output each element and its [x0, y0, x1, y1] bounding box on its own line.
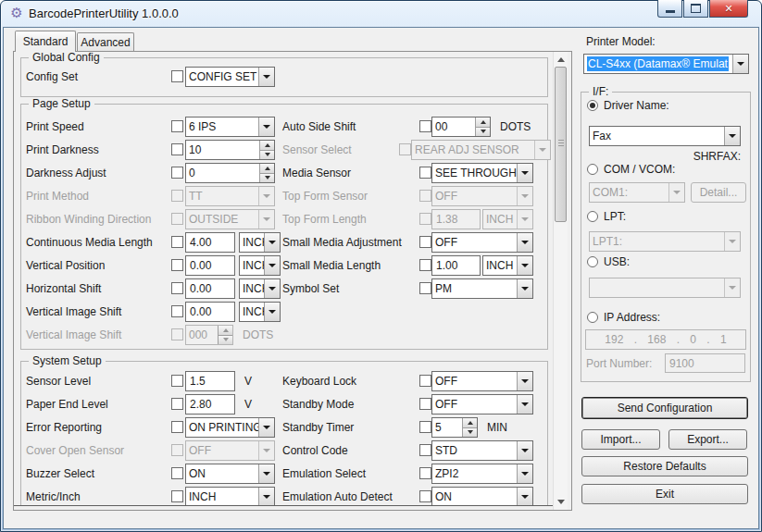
print-speed-checkbox[interactable] [171, 120, 183, 132]
emulation-auto-detect-checkbox[interactable] [419, 490, 431, 502]
spin-down-icon[interactable] [463, 427, 477, 438]
usb-device-value [590, 278, 724, 297]
vertical-position-checkbox[interactable] [171, 259, 183, 271]
sensor-select-checkbox [399, 143, 411, 155]
media-sensor-checkbox[interactable] [419, 167, 431, 179]
error-reporting-checkbox[interactable] [171, 421, 183, 433]
tab-advanced[interactable]: Advanced [77, 32, 134, 51]
tab-standard[interactable]: Standard [15, 31, 76, 52]
minimize-button[interactable] [657, 0, 682, 18]
window-title: BarcodePrinterUtility 1.0.0.0 [29, 6, 179, 20]
metric-inch-checkbox[interactable] [171, 490, 183, 502]
restore-defaults-button[interactable]: Restore Defaults [581, 456, 748, 476]
printer-model-combo[interactable]: CL-S4xx (Datamax® Emulat [583, 54, 749, 74]
auto-side-shift-checkbox[interactable] [419, 120, 431, 132]
lpt-port-value: LPT1: [590, 232, 724, 251]
spin-up-icon[interactable] [463, 418, 477, 427]
dropdown-arrow-icon [517, 372, 532, 390]
driver-name-radio[interactable] [587, 100, 598, 111]
control-code-checkbox[interactable] [419, 444, 431, 456]
darkness-adjust-spinner[interactable]: 0 [185, 163, 275, 183]
metric-inch-combo-value: INCH [186, 488, 258, 506]
vertical-image-shift-unit-combo[interactable]: INCH [239, 302, 281, 322]
media-sensor-combo[interactable]: SEE THROUGH [431, 163, 533, 183]
small-media-length-unit-combo[interactable]: INCH [482, 255, 533, 276]
print-speed-combo[interactable]: 6 IPS [185, 117, 275, 137]
continuous-media-length-unit-combo[interactable]: INCH [239, 232, 281, 253]
continuous-media-length-field[interactable]: 4.00 [185, 232, 235, 253]
horizontal-shift-checkbox[interactable] [171, 282, 183, 294]
scrollbar-down-icon[interactable] [554, 495, 568, 509]
small-media-adjustment-combo[interactable]: OFF [431, 232, 533, 253]
small-media-adjustment-checkbox[interactable] [419, 236, 431, 248]
vertical-position-unit-combo-value: INCH [240, 256, 264, 275]
vertical-image-shift-field[interactable]: 0.00 [185, 302, 235, 322]
dropdown-arrow-icon [258, 464, 274, 483]
exit-button[interactable]: Exit [581, 484, 748, 504]
vertical-image-shift-checkbox[interactable] [171, 305, 183, 317]
usb-radio[interactable] [587, 256, 598, 267]
lpt-radio[interactable] [587, 211, 598, 222]
control-code-combo[interactable]: STD [431, 440, 533, 461]
horizontal-shift-unit-combo[interactable]: INCH [239, 278, 281, 299]
buzzer-select-checkbox[interactable] [171, 467, 183, 479]
print-darkness-checkbox[interactable] [171, 143, 183, 155]
scrollbar-up-icon[interactable] [554, 53, 568, 67]
auto-side-shift-spinner[interactable]: 00 [431, 117, 491, 137]
continuous-media-length-unit-combo-value: INCH [240, 233, 264, 252]
import-button[interactable]: Import... [581, 429, 660, 450]
sensor-select-label: Sensor Select [282, 139, 352, 161]
sensor-level-field[interactable]: 1.5 [185, 371, 235, 391]
continuous-media-length-checkbox[interactable] [171, 236, 183, 248]
driver-name-combo[interactable]: Fax [589, 126, 741, 146]
sensor-level-checkbox[interactable] [171, 375, 183, 387]
print-darkness-spinner[interactable]: 10 [185, 140, 275, 160]
dropdown-arrow-icon [258, 118, 274, 136]
top-form-sensor-checkbox [419, 190, 431, 202]
darkness-adjust-checkbox[interactable] [171, 167, 183, 179]
symbol-set-checkbox[interactable] [419, 282, 431, 294]
error-reporting-combo[interactable]: ON PRINTING [185, 417, 275, 438]
spin-up-icon[interactable] [260, 141, 274, 150]
paper-end-level-label: Paper End Level [26, 393, 108, 415]
port-number-label: Port Number: [586, 355, 652, 372]
scrollbar-thumb[interactable] [555, 67, 567, 222]
export-button[interactable]: Export... [668, 429, 747, 450]
close-button[interactable]: ✕ [709, 0, 748, 18]
send-configuration-button[interactable]: Send Configuration [581, 397, 748, 419]
spin-down-icon[interactable] [260, 173, 274, 183]
vertical-scrollbar[interactable] [553, 52, 568, 510]
standby-mode-combo[interactable]: OFF [431, 394, 533, 414]
horizontal-shift-field[interactable]: 0.00 [185, 278, 235, 299]
standby-mode-combo-value: OFF [432, 395, 517, 414]
emulation-select-checkbox[interactable] [419, 467, 431, 479]
spin-down-icon[interactable] [476, 127, 490, 137]
symbol-set-combo[interactable]: PM [431, 278, 533, 299]
small-media-length-checkbox[interactable] [419, 259, 431, 271]
small-media-length-field[interactable]: 1.00 [431, 255, 481, 276]
standby-mode-checkbox[interactable] [419, 398, 431, 410]
paper-end-level-checkbox[interactable] [171, 398, 183, 410]
buzzer-select-combo[interactable]: ON [185, 464, 275, 484]
emulation-auto-detect-combo[interactable]: ON [431, 487, 533, 506]
config-set-combo[interactable]: CONFIG SET 1 [185, 67, 275, 87]
vertical-position-field[interactable]: 0.00 [185, 255, 235, 276]
config-set-checkbox[interactable] [171, 70, 183, 82]
com-vcom-radio[interactable] [587, 164, 598, 175]
paper-end-level-field[interactable]: 2.80 [185, 394, 235, 414]
ip-address-radio[interactable] [587, 312, 598, 323]
standby-timer-checkbox[interactable] [419, 421, 431, 433]
spin-up-icon[interactable] [260, 164, 274, 173]
ribbon-winding-direction-combo-value: OUTSIDE [186, 210, 258, 229]
emulation-select-combo[interactable]: ZPI2 [431, 464, 533, 484]
maximize-button[interactable] [683, 0, 708, 18]
small-media-length-unit-combo-value: INCH [483, 256, 517, 275]
spin-up-icon[interactable] [476, 118, 490, 127]
metric-inch-combo[interactable]: INCH [185, 487, 275, 506]
standby-timer-spinner[interactable]: 5 [431, 417, 478, 438]
keyboard-lock-checkbox[interactable] [419, 375, 431, 387]
vertical-position-unit-combo[interactable]: INCH [239, 255, 281, 276]
keyboard-lock-combo[interactable]: OFF [431, 371, 533, 391]
page-setup-group-title: Page Setup [29, 97, 94, 110]
spin-down-icon[interactable] [260, 150, 274, 160]
